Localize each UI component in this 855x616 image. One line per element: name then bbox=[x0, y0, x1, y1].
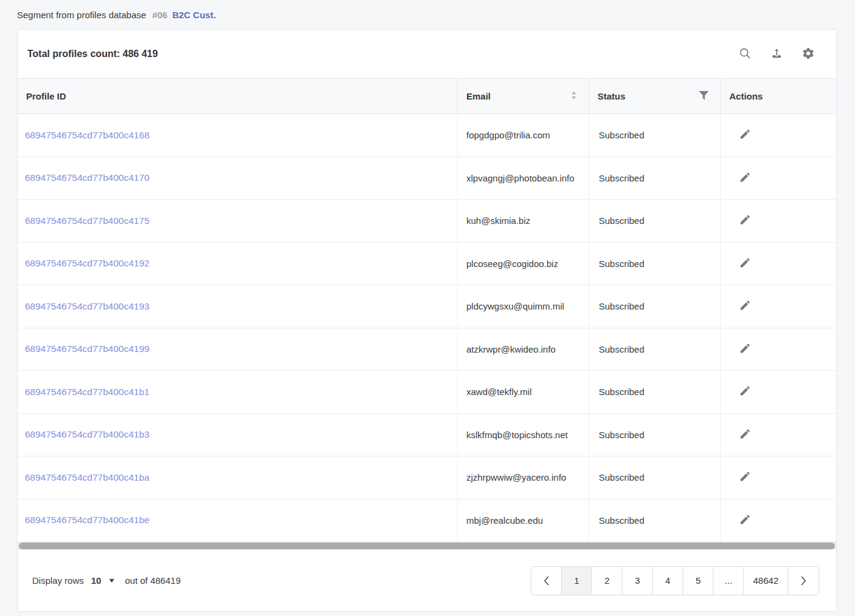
column-header-email[interactable]: Email bbox=[457, 79, 588, 113]
edit-button[interactable] bbox=[738, 212, 752, 229]
chevron-down-icon bbox=[109, 579, 114, 583]
pagination-page-button[interactable]: 4 bbox=[653, 567, 683, 595]
profile-id-link[interactable]: 68947546754cd77b400c41ba bbox=[25, 472, 149, 483]
filter-icon[interactable] bbox=[698, 90, 709, 103]
edit-button[interactable] bbox=[738, 256, 752, 272]
profile-id-link[interactable]: 68947546754cd77b400c4199 bbox=[25, 344, 149, 354]
actions-cell bbox=[720, 157, 836, 200]
email-cell: kuh@skimia.biz bbox=[457, 200, 588, 242]
profile-id-link[interactable]: 68947546754cd77b400c4168 bbox=[25, 130, 149, 141]
edit-button[interactable] bbox=[738, 512, 752, 529]
table-row: 68947546754cd77b400c41b1 xawd@tekfly.mil… bbox=[18, 371, 836, 414]
search-icon bbox=[738, 47, 752, 62]
status-cell: Subscribed bbox=[588, 200, 720, 242]
pagination-prev-button[interactable] bbox=[531, 567, 562, 595]
sort-icon[interactable] bbox=[570, 90, 577, 102]
edit-button[interactable] bbox=[738, 127, 752, 143]
pencil-icon bbox=[739, 257, 751, 271]
table-toolbar: Total profiles count: 486 419 bbox=[18, 30, 836, 79]
horizontal-scrollbar[interactable] bbox=[18, 542, 836, 550]
breadcrumb: Segment from profiles database #06 B2C C… bbox=[0, 0, 855, 29]
toolbar-actions bbox=[734, 43, 819, 65]
pagination-page-button[interactable]: 48642 bbox=[744, 567, 788, 595]
profile-id-link[interactable]: 68947546754cd77b400c4193 bbox=[25, 301, 149, 312]
profile-id-link[interactable]: 68947546754cd77b400c41be bbox=[25, 515, 149, 526]
profile-id-cell: 68947546754cd77b400c4199 bbox=[18, 328, 457, 371]
edit-button[interactable] bbox=[738, 427, 752, 443]
profile-id-link[interactable]: 68947546754cd77b400c4175 bbox=[25, 215, 149, 226]
upload-button[interactable] bbox=[766, 43, 788, 65]
edit-button[interactable] bbox=[738, 469, 752, 486]
column-header-label: Email bbox=[466, 91, 491, 101]
pagination-page-button[interactable]: 3 bbox=[622, 567, 653, 595]
scrollbar-thumb[interactable] bbox=[19, 543, 835, 549]
table-row: 68947546754cd77b400c4168 fopgdgpo@trilia… bbox=[18, 114, 836, 157]
profile-id-link[interactable]: 68947546754cd77b400c4170 bbox=[25, 172, 149, 183]
status-cell: Subscribed bbox=[588, 157, 720, 200]
email-cell: atzkrwpr@kwideo.info bbox=[457, 328, 588, 371]
table-body: 68947546754cd77b400c4168 fopgdgpo@trilia… bbox=[18, 114, 836, 542]
column-header-status: Status bbox=[588, 79, 720, 113]
table-row: 68947546754cd77b400c4192 plcoseeg@cogido… bbox=[18, 243, 836, 286]
profile-id-cell: 68947546754cd77b400c4168 bbox=[18, 114, 457, 157]
pencil-icon bbox=[739, 470, 751, 484]
rows-per-page-value: 10 bbox=[91, 575, 101, 586]
status-cell: Subscribed bbox=[588, 328, 720, 371]
profile-id-cell: 68947546754cd77b400c4175 bbox=[18, 200, 457, 242]
profile-id-cell: 68947546754cd77b400c4192 bbox=[18, 243, 457, 285]
edit-button[interactable] bbox=[738, 341, 752, 357]
column-header-label: Profile ID bbox=[26, 91, 66, 101]
segment-number: #06 bbox=[152, 10, 168, 20]
profile-id-cell: 68947546754cd77b400c4170 bbox=[18, 157, 457, 200]
search-button[interactable] bbox=[734, 43, 756, 65]
actions-cell bbox=[720, 285, 836, 328]
profile-id-cell: 68947546754cd77b400c41b1 bbox=[18, 371, 457, 413]
email-cell: kslkfmqb@topicshots.net bbox=[457, 414, 588, 456]
profile-id-cell: 68947546754cd77b400c41b3 bbox=[18, 414, 457, 456]
actions-cell bbox=[720, 328, 836, 371]
pagination-page-button[interactable]: 1 bbox=[562, 567, 592, 595]
edit-button[interactable] bbox=[738, 170, 752, 186]
pagination-page-button[interactable]: 5 bbox=[683, 567, 714, 595]
actions-cell bbox=[720, 456, 836, 499]
table-row: 68947546754cd77b400c41b3 kslkfmqb@topics… bbox=[18, 414, 836, 457]
actions-cell bbox=[720, 243, 836, 285]
pagination: 12345...48642 bbox=[531, 566, 819, 595]
status-cell: Subscribed bbox=[588, 371, 720, 413]
pencil-icon bbox=[739, 128, 751, 142]
pencil-icon bbox=[739, 342, 751, 356]
status-cell: Subscribed bbox=[588, 243, 720, 285]
profile-id-link[interactable]: 68947546754cd77b400c41b1 bbox=[25, 387, 149, 398]
table-row: 68947546754cd77b400c41ba zjzhrpwwiw@yace… bbox=[18, 456, 836, 499]
pagination-next-button[interactable] bbox=[788, 567, 819, 595]
segment-name-link[interactable]: B2C Cust. bbox=[172, 10, 216, 20]
chevron-left-icon bbox=[543, 575, 550, 586]
pagination-page-button[interactable]: 2 bbox=[592, 567, 622, 595]
rows-per-page-select[interactable]: 10 bbox=[91, 575, 114, 586]
actions-cell bbox=[720, 414, 836, 456]
edit-button[interactable] bbox=[738, 384, 752, 400]
email-cell: xawd@tekfly.mil bbox=[457, 371, 588, 413]
actions-cell bbox=[720, 114, 836, 157]
pencil-icon bbox=[739, 299, 751, 313]
actions-cell bbox=[720, 499, 836, 542]
table-row: 68947546754cd77b400c4170 xlpvagngj@photo… bbox=[18, 157, 836, 200]
display-rows-label: Display rows bbox=[32, 575, 84, 586]
email-cell: pldcywgsxu@quimm.mil bbox=[457, 285, 588, 328]
status-cell: Subscribed bbox=[588, 499, 720, 542]
edit-button[interactable] bbox=[738, 298, 752, 314]
profiles-table-card: Total profiles count: 486 419 bbox=[17, 29, 837, 612]
profile-id-link[interactable]: 68947546754cd77b400c41b3 bbox=[25, 429, 149, 440]
settings-button[interactable] bbox=[797, 43, 819, 65]
page-title: Segment from profiles database bbox=[17, 10, 146, 20]
pencil-icon bbox=[739, 385, 751, 399]
email-cell: xlpvagngj@photobean.info bbox=[457, 157, 588, 200]
pagination-ellipsis[interactable]: ... bbox=[714, 567, 744, 595]
email-cell: plcoseeg@cogidoo.biz bbox=[457, 243, 588, 285]
profile-id-link[interactable]: 68947546754cd77b400c4192 bbox=[25, 258, 149, 269]
table-row: 68947546754cd77b400c41be mbj@realcube.ed… bbox=[18, 499, 836, 543]
status-cell: Subscribed bbox=[588, 114, 720, 157]
total-profiles-count: Total profiles count: 486 419 bbox=[27, 49, 158, 59]
pencil-icon bbox=[739, 513, 751, 527]
actions-cell bbox=[720, 371, 836, 413]
